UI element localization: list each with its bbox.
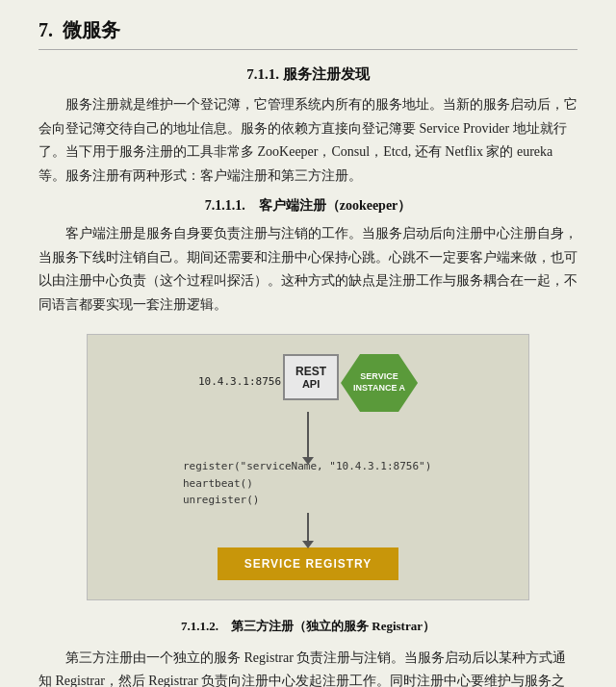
subsection-7112-caption: 7.1.1.2. 第三方注册（独立的服务 Registrar） bbox=[38, 618, 578, 635]
subsection-7111-label: 7.1.1.1. bbox=[205, 198, 245, 213]
api-text: API bbox=[302, 378, 320, 390]
hex-line2: INSTANCE A bbox=[353, 383, 405, 394]
subsection-7111-title: 7.1.1.1. 客户端注册（zookeeper） bbox=[38, 197, 578, 215]
chapter-number: 7. bbox=[38, 19, 53, 40]
call-label-3: unregister() bbox=[183, 492, 433, 509]
ip-label: 10.4.3.1:8756 bbox=[198, 375, 281, 388]
section-711-title: 7.1.1. 服务注册发现 bbox=[38, 65, 578, 84]
rest-api-box: REST API bbox=[283, 354, 339, 400]
diagram-top-row: 10.4.3.1:8756 REST API SERVICE INSTANCE … bbox=[164, 354, 452, 412]
connector-line-top bbox=[307, 412, 309, 429]
subsection-7112-title: 第三方注册（独立的服务 Registrar） bbox=[231, 619, 435, 633]
service-hexagon: SERVICE INSTANCE A bbox=[341, 354, 418, 412]
hex-line1: SERVICE bbox=[353, 371, 405, 383]
arrow-down bbox=[307, 429, 309, 458]
chapter-title: 7. 微服务 bbox=[38, 17, 578, 50]
chapter-text: 微服务 bbox=[63, 19, 120, 40]
section-711-body: 服务注册就是维护一个登记簿，它管理系统内所有的服务地址。当新的服务启动后，它会向… bbox=[38, 93, 578, 188]
diagram-container: 10.4.3.1:8756 REST API SERVICE INSTANCE … bbox=[87, 334, 529, 600]
diagram-inner: 10.4.3.1:8756 REST API SERVICE INSTANCE … bbox=[97, 354, 519, 580]
subsection-7111-body: 客户端注册是服务自身要负责注册与注销的工作。当服务启动后向注册中心注册自身，当服… bbox=[38, 222, 578, 317]
service-registry-label: SERVICE REGISTRY bbox=[218, 547, 399, 580]
subsection-7111-text: 客户端注册（zookeeper） bbox=[259, 198, 412, 213]
rest-text: REST bbox=[295, 365, 326, 378]
subsection-7112-body: 第三方注册由一个独立的服务 Registrar 负责注册与注销。当服务启动后以某… bbox=[38, 647, 578, 687]
subsection-7112-label: 7.1.1.2. bbox=[181, 619, 218, 633]
service-hexagon-wrapper: SERVICE INSTANCE A bbox=[341, 354, 418, 412]
page: 7. 微服务 7.1.1. 服务注册发现 服务注册就是维护一个登记簿，它管理系统… bbox=[0, 0, 616, 687]
call-labels: register("serviceName, "10.4.3.1:8756") … bbox=[183, 458, 433, 509]
diagram-mid: register("serviceName, "10.4.3.1:8756") … bbox=[97, 412, 519, 580]
hex-text: SERVICE INSTANCE A bbox=[353, 371, 405, 394]
arrow-down-2 bbox=[307, 513, 309, 542]
call-label-2: heartbeat() bbox=[183, 475, 433, 493]
